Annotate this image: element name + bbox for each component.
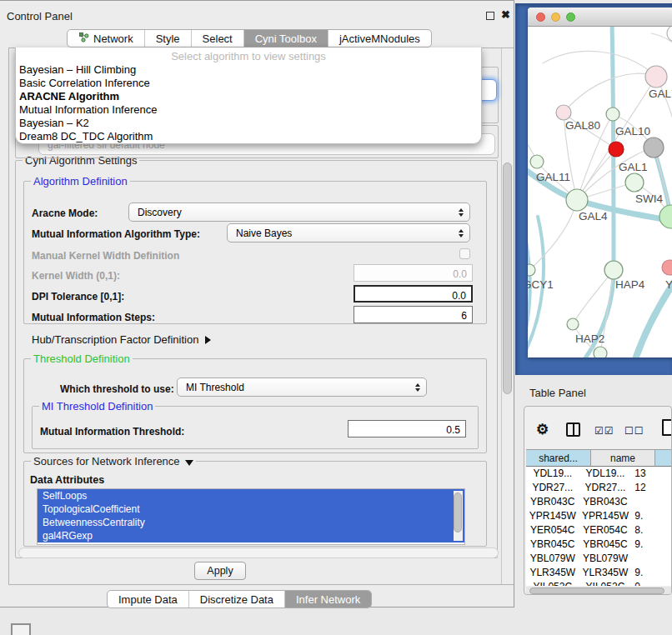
table-cell[interactable]: 8. <box>631 523 672 538</box>
network-node[interactable] <box>594 347 607 358</box>
dropdown-item[interactable]: Basic Correlation Inference <box>16 77 481 90</box>
network-edge[interactable] <box>577 77 656 200</box>
table-row[interactable]: YBL079WYBL079W <box>526 552 672 566</box>
table-cell[interactable]: YIL052C <box>526 580 579 586</box>
mi-threshold-field[interactable]: 0.5 <box>348 420 466 438</box>
table-cell[interactable]: YDR27... <box>579 481 632 495</box>
dropdown-item[interactable]: Mutual Information Inference <box>16 103 481 117</box>
table-row[interactable]: YDL19...YDL19...13 <box>526 467 672 481</box>
docked-panel-icon[interactable] <box>11 623 31 635</box>
tab-jactivemnodules[interactable]: jActiveMNodules <box>328 30 431 47</box>
table-cell[interactable]: YDR27... <box>526 481 579 495</box>
network-canvas[interactable]: GAL7GAL80GAL10GAL1GAL11SWI4GAL4GCY1HAP4Y… <box>528 27 672 358</box>
table-cell[interactable]: 9. <box>631 538 672 552</box>
settings-scrollbar-thumb[interactable] <box>503 162 512 394</box>
table-cell[interactable]: 9. <box>631 566 672 580</box>
table-cell[interactable]: 0 <box>631 580 672 586</box>
sources-group-title[interactable]: Sources for Network Inference <box>31 455 196 468</box>
list-scrollbar[interactable] <box>454 491 463 541</box>
dropdown-item[interactable]: Bayesian – K2 <box>16 117 481 130</box>
table-cell[interactable]: 9. <box>631 509 672 523</box>
network-node[interactable] <box>604 261 623 279</box>
network-window-titlebar[interactable] <box>528 8 672 27</box>
column-header-name[interactable]: name <box>591 449 655 467</box>
data-attributes-list[interactable]: SelfLoopsTopologicalCoefficientBetweenne… <box>37 488 465 545</box>
minimize-window-icon[interactable] <box>551 12 560 22</box>
tab-network[interactable]: Network <box>68 30 144 47</box>
table-row[interactable]: YPR145WYPR145W9. <box>526 509 672 523</box>
export-table-icon[interactable] <box>662 419 672 436</box>
table-cell[interactable]: 13 <box>631 467 672 481</box>
table-cell[interactable]: YPR145W <box>526 509 579 523</box>
table-cell[interactable]: YER054C <box>579 523 632 538</box>
column-header-shared-name[interactable]: shared... <box>526 449 591 467</box>
attribute-list-item[interactable]: gal4RGexp <box>38 529 464 542</box>
manual-kernel-checkbox[interactable] <box>459 248 470 259</box>
network-node[interactable] <box>530 155 544 168</box>
gear-icon[interactable]: ⚙ <box>536 421 549 438</box>
network-node[interactable] <box>659 205 672 228</box>
table-cell[interactable]: YBL079W <box>579 552 632 566</box>
tab-cyni-toolbox[interactable]: Cyni Toolbox <box>243 30 328 47</box>
apply-button[interactable]: Apply <box>194 562 246 580</box>
network-edge[interactable] <box>529 200 577 270</box>
table-cell[interactable]: 12 <box>631 481 672 495</box>
tab-style[interactable]: Style <box>144 30 191 47</box>
network-node[interactable] <box>662 260 672 275</box>
kernel-width-field[interactable]: 0.0 <box>354 264 473 282</box>
network-node[interactable] <box>556 105 571 120</box>
table-cell[interactable]: YBR045C <box>526 538 579 552</box>
network-node[interactable] <box>567 318 579 330</box>
network-node[interactable] <box>625 173 644 192</box>
deselect-all-checkboxes-icon[interactable]: ☐☐ <box>624 425 644 437</box>
hub-definition-expander[interactable]: Hub/Transcription Factor Definition <box>32 333 211 346</box>
network-node[interactable] <box>645 66 667 88</box>
tab-infer-network[interactable]: Infer Network <box>284 591 371 608</box>
table-cell[interactable] <box>631 552 672 566</box>
table-cell[interactable]: YER054C <box>526 523 579 538</box>
aracne-mode-combobox[interactable]: Discovery <box>128 202 470 222</box>
network-edge[interactable] <box>543 51 656 77</box>
tab-discretize-data[interactable]: Discretize Data <box>188 591 284 608</box>
close-window-icon[interactable] <box>536 12 545 22</box>
network-node[interactable] <box>528 264 535 276</box>
dropdown-item[interactable]: ARACNE Algorithm <box>16 90 481 103</box>
select-all-checkboxes-icon[interactable]: ☑☑ <box>594 425 614 437</box>
table-cell[interactable]: YBR043C <box>579 495 632 509</box>
network-edge[interactable] <box>564 73 656 112</box>
network-view-window[interactable]: GAL7GAL80GAL10GAL1GAL11SWI4GAL4GCY1HAP4Y… <box>528 8 672 358</box>
tab-impute-data[interactable]: Impute Data <box>108 591 188 608</box>
table-row[interactable]: YBR043CYBR043C <box>526 495 672 509</box>
dropdown-item[interactable]: Bayesian – Hill Climbing <box>16 63 481 77</box>
table-row[interactable]: YLR345WYLR345W9. <box>526 566 672 580</box>
mi-steps-field[interactable]: 6 <box>354 306 473 323</box>
table-horizontal-scrollbar[interactable] <box>526 587 671 595</box>
column-header-extra[interactable] <box>655 449 672 467</box>
table-cell[interactable]: YIL052C <box>579 580 632 586</box>
table-row[interactable]: YBR045CYBR045C9. <box>526 538 672 552</box>
table-row[interactable]: YER054CYER054C8. <box>526 523 672 538</box>
table-cell[interactable]: YLR345W <box>526 566 579 580</box>
mi-type-combobox[interactable]: Naive Bayes <box>227 223 470 242</box>
network-edge[interactable] <box>583 27 614 358</box>
which-threshold-combobox[interactable]: MI Threshold <box>177 378 427 397</box>
network-node[interactable] <box>609 142 624 157</box>
table-scrollbar-thumb[interactable] <box>529 588 664 594</box>
dropdown-item[interactable]: Dream8 DC_TDC Algorithm <box>16 130 481 143</box>
network-node[interactable] <box>606 108 619 121</box>
network-node[interactable] <box>644 138 664 158</box>
tab-select[interactable]: Select <box>191 30 243 47</box>
attribute-list-item[interactable]: SelfLoops <box>38 489 464 502</box>
table-cell[interactable]: YPR145W <box>579 509 632 523</box>
table-row[interactable]: YIL052CYIL052C0 <box>526 580 672 586</box>
attribute-list-item[interactable]: BetweennessCentrality <box>38 516 464 529</box>
table-cell[interactable]: YBR043C <box>526 495 579 509</box>
table-cell[interactable]: YBR045C <box>579 538 632 552</box>
maximize-window-icon[interactable] <box>566 12 575 22</box>
dpi-tolerance-field[interactable]: 0.0 <box>354 285 473 302</box>
table-cell[interactable]: YBL079W <box>526 552 579 566</box>
attribute-list-item[interactable]: TopologicalCoefficient <box>38 502 464 516</box>
table-cell[interactable]: YDL19... <box>526 467 579 481</box>
list-scrollbar-thumb[interactable] <box>454 492 462 532</box>
table-cell[interactable] <box>631 495 672 509</box>
